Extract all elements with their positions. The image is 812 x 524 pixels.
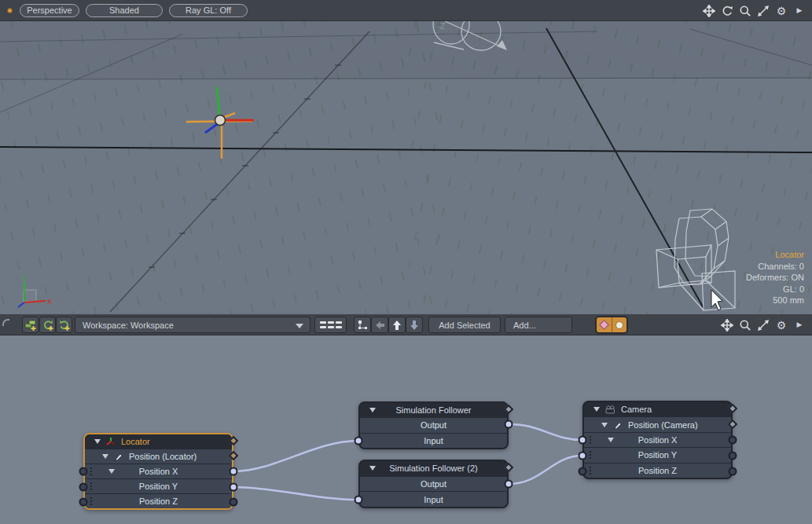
camera-axis-label: -Z [437,21,445,31]
selected-item-name: Locator [746,249,804,261]
zoom-icon[interactable] [739,5,751,17]
output-connector[interactable] [230,467,238,476]
layout-grid-button[interactable] [314,317,347,333]
disclosure-icon[interactable] [369,466,376,471]
channel-row[interactable]: Position Z [584,463,731,478]
input-connector[interactable] [355,437,363,445]
input-connector[interactable] [579,467,587,476]
shading-mode-button[interactable]: Shaded [86,4,163,17]
channel-group-label: Position (Camera) [628,420,698,430]
wire [509,424,582,440]
layout-grid-icon [320,321,342,328]
channel-group-row[interactable]: Position (Locator) [85,449,232,464]
drag-dots-icon [590,454,591,456]
rotate-icon[interactable] [721,5,733,17]
output-connector[interactable] [729,436,737,445]
input-label: Input [424,436,443,445]
input-connector[interactable] [579,436,587,445]
axis-x-label: X [47,298,52,306]
output-connector[interactable] [505,480,513,489]
perspective-viewport[interactable]: Y X -Z Locator Channels: 0 Deformers: ON… [0,21,812,314]
disclosure-icon[interactable] [94,439,101,444]
output-row[interactable]: Output [360,417,507,432]
channel-row[interactable]: Position Z [85,493,232,508]
input-row[interactable]: Input [360,491,507,507]
maximize-icon[interactable] [757,5,770,17]
add-channel-button[interactable] [39,317,56,333]
disclosure-icon[interactable] [608,438,614,442]
drag-dots-icon [590,439,591,441]
node-header[interactable]: Camera [584,402,731,416]
channel-row[interactable]: Position X [85,464,232,478]
zoom-icon[interactable] [739,319,751,332]
add-nodes-button[interactable] [22,317,39,333]
viewport-indicator-dot[interactable] [7,8,13,13]
flyout-icon[interactable]: ▶ [793,319,806,332]
channel-label: Position Y [139,482,178,491]
node-header[interactable]: Simulation Follower (2) [360,461,507,476]
input-label: Input [424,495,443,504]
tree-view-button[interactable] [354,317,371,333]
output-row[interactable]: Output [360,476,507,492]
channel-row[interactable]: Position Y [584,447,731,462]
add-selected-button[interactable]: Add Selected [428,317,501,333]
disclosure-icon[interactable] [593,407,600,412]
panel-corner-handle[interactable] [2,319,9,326]
disclosure-icon[interactable] [102,454,108,459]
input-connector[interactable] [579,452,587,460]
raygl-button[interactable]: Ray GL: Off [169,4,248,17]
output-connector[interactable] [729,467,737,476]
schematic-view[interactable]: Locator Position (Locator) Position X Po… [0,335,812,524]
input-connector[interactable] [79,483,88,492]
node-header[interactable]: Simulation Follower [360,403,507,417]
gear-icon[interactable]: ⚙ [775,5,788,17]
node-locator[interactable]: Locator Position (Locator) Position X Po… [83,433,233,510]
add-link-loop-icon [58,319,71,332]
output-connector[interactable] [230,498,238,507]
channel-group-row[interactable]: Position (Camera) [584,416,731,431]
nav-back-button[interactable] [371,317,388,333]
flyout-icon[interactable]: ▶ [793,5,806,17]
schematic-toolbar-icons: ⚙ ▶ [721,314,806,335]
viewport-header-icons: ⚙ ▶ [703,0,806,21]
move-icon[interactable] [703,5,715,17]
disclosure-icon[interactable] [601,423,608,427]
info-grid-size: 500 mm [746,295,804,306]
channel-row[interactable]: Position Y [85,478,232,493]
locator-icon [106,437,116,446]
output-connector[interactable] [230,483,238,492]
disclosure-icon[interactable] [108,469,115,474]
add-button[interactable]: Add... [505,317,572,333]
circle-toggle[interactable] [612,317,627,332]
input-connector[interactable] [79,467,88,476]
move-icon[interactable] [721,319,733,332]
add-link-button[interactable] [56,317,72,333]
info-deformers: Deformers: ON [746,272,804,284]
workspace-dropdown-label: Workspace: Workspace [83,321,174,330]
arrow-left-icon [373,319,386,332]
nav-up-button[interactable] [388,317,406,333]
channel-row[interactable]: Position X [584,432,731,447]
node-simulation-follower[interactable]: Simulation Follower Output Input [358,401,509,449]
node-header[interactable]: Locator [85,434,232,449]
nav-down-button[interactable] [406,317,423,333]
node-camera[interactable]: Camera Position (Camera) Position X Posi… [582,401,733,479]
wire [509,456,582,484]
view-mode-button[interactable]: Perspective [20,4,79,17]
diamond-toggle[interactable] [597,317,612,332]
node-title: Simulation Follower (2) [389,464,477,473]
node-simulation-follower-2[interactable]: Simulation Follower (2) Output Input [358,460,509,508]
output-connector[interactable] [505,420,513,429]
input-connector[interactable] [79,498,88,507]
connector-style-toggle-group [595,316,628,334]
workspace-dropdown[interactable]: Workspace: Workspace [75,317,310,333]
node-title: Locator [121,437,150,446]
gear-icon[interactable]: ⚙ [775,319,788,332]
input-connector[interactable] [355,496,363,504]
input-row[interactable]: Input [360,433,507,448]
viewport-canvas: Y X [0,21,812,314]
output-label: Output [421,479,446,489]
disclosure-icon[interactable] [369,408,376,412]
output-connector[interactable] [729,452,737,460]
maximize-icon[interactable] [757,319,770,332]
